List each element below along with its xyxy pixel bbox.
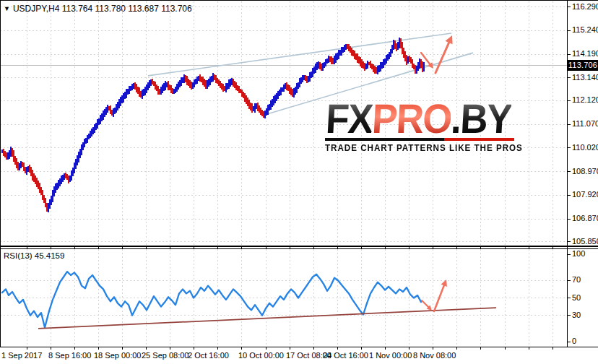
rsi-indicator-label: RSI(13) 45.4159 [4, 251, 64, 260]
symbol-dropdown-icon[interactable]: ▼ [4, 5, 10, 12]
time-axis-label: 8 Nov 08:00 [413, 351, 456, 360]
fxpro-logo: FXPRO.BY [325, 100, 504, 136]
fxpro-watermark: FXPRO.BY TRADE CHART PATTERNS LIKE THE P… [325, 100, 516, 153]
symbol-ohlc-title: USDJPY,H4 113.764 113.780 113.687 113.70… [13, 4, 192, 14]
logo-by: .BY [450, 95, 512, 142]
price-axis-label: 114.190 [572, 49, 598, 58]
time-axis-label: 2 Oct 16:00 [188, 351, 229, 360]
price-axis-label: 116.290 [572, 2, 598, 12]
symbol-info-bar: ▼USDJPY,H4 113.764 113.780 113.687 113.7… [4, 4, 192, 14]
price-axis-label: 113.140 [572, 73, 598, 82]
price-axis-label: 108.970 [572, 167, 598, 176]
logo-pro: PRO [371, 95, 453, 142]
price-axis-label: 110.020 [572, 143, 598, 152]
logo-fx: FX [325, 95, 373, 142]
logo-tagline: TRADE CHART PATTERNS LIKE THE PROS [325, 143, 510, 153]
current-price-tag: 113.706 [568, 60, 598, 71]
time-axis-label: 1 Sep 2017 [1, 351, 42, 360]
time-axis-label: 24 Oct 16:00 [323, 351, 368, 360]
rsi-axis-label: 50 [572, 293, 581, 303]
rsi-axis-label: 70 [572, 275, 581, 285]
chart-canvas[interactable] [0, 0, 598, 364]
time-axis-label: 18 Sep 00:00 [94, 351, 141, 360]
time-axis-label: 1 Nov 00:00 [369, 351, 412, 360]
rsi-axis-label: 100 [572, 249, 585, 259]
time-axis-label: 25 Sep 08:00 [142, 351, 188, 360]
price-axis-label: 112.120 [572, 95, 598, 105]
price-axis-label: 107.920 [572, 190, 598, 199]
price-axis-label: 115.240 [572, 25, 598, 35]
rsi-axis-label: 30 [572, 311, 581, 320]
price-axis-label: 105.850 [572, 237, 598, 246]
time-axis-label: 10 Oct 00:00 [238, 351, 284, 360]
chart-window: ▼USDJPY,H4 113.764 113.780 113.687 113.7… [0, 0, 598, 364]
price-axis-label: 111.070 [572, 119, 598, 129]
time-axis-label: 8 Sep 16:00 [48, 351, 91, 360]
price-axis-label: 106.870 [572, 214, 598, 223]
rsi-axis-label: 0 [572, 337, 576, 346]
